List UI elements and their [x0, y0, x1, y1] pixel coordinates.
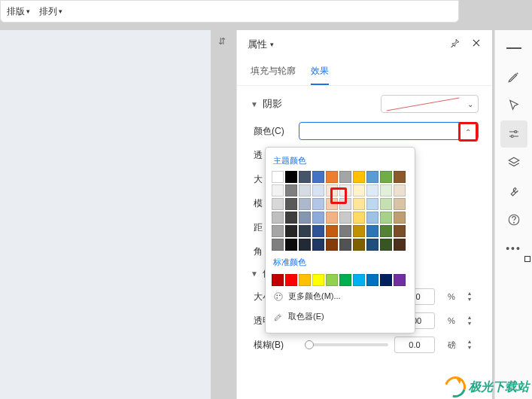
close-icon[interactable] — [471, 38, 482, 51]
color-swatch[interactable] — [366, 212, 378, 224]
color-swatch[interactable] — [326, 171, 338, 183]
color-swatch[interactable] — [380, 171, 392, 183]
color-swatch[interactable] — [380, 184, 392, 196]
rail-layers-button[interactable] — [500, 149, 527, 176]
disclosure-triangle-icon[interactable]: ▼ — [251, 100, 258, 108]
color-swatch[interactable] — [299, 184, 311, 196]
color-swatch[interactable] — [272, 239, 284, 251]
panel-title[interactable]: 属性 ▾ — [248, 38, 274, 51]
color-swatch[interactable] — [353, 198, 365, 210]
blur-slider[interactable] — [305, 343, 388, 346]
color-swatch[interactable] — [285, 225, 297, 237]
rail-adjust-button[interactable] — [500, 120, 527, 148]
color-swatch[interactable] — [272, 212, 284, 224]
color-swatch[interactable] — [353, 274, 365, 286]
color-swatch[interactable] — [299, 198, 311, 210]
color-swatch[interactable] — [299, 171, 311, 183]
rail-pen-button[interactable] — [500, 63, 527, 90]
color-input[interactable]: ⌃ — [299, 122, 479, 140]
color-swatch[interactable] — [272, 171, 284, 183]
color-dropdown-button[interactable]: ⌃ — [458, 122, 478, 142]
color-swatch[interactable] — [380, 225, 392, 237]
color-swatch[interactable] — [394, 171, 406, 183]
color-swatch[interactable] — [312, 171, 324, 183]
color-swatch[interactable] — [326, 212, 338, 224]
color-swatch[interactable] — [326, 239, 338, 251]
color-swatch[interactable] — [272, 184, 284, 196]
menu-layout[interactable]: 排版 ▾ — [7, 5, 30, 18]
color-swatch[interactable] — [299, 225, 311, 237]
collapse-handle-icon[interactable]: ⇵ — [218, 36, 226, 47]
color-swatch[interactable] — [285, 274, 297, 286]
more-colors-link[interactable]: 更多颜色(M)... — [272, 286, 409, 306]
color-swatch[interactable] — [339, 212, 351, 224]
color-swatch[interactable] — [353, 171, 365, 183]
color-swatch[interactable] — [394, 274, 406, 286]
color-swatch[interactable] — [326, 184, 338, 196]
blur-value[interactable]: 0.0 — [394, 337, 435, 353]
pin-icon[interactable] — [450, 38, 461, 51]
color-swatch[interactable] — [394, 198, 406, 210]
color-swatch[interactable] — [272, 198, 284, 210]
color-swatch[interactable] — [285, 212, 297, 224]
opacity-spinner[interactable]: ▴▾ — [468, 315, 479, 327]
rail-more-button[interactable]: ••• — [500, 235, 527, 262]
tab-effects[interactable]: 效果 — [311, 60, 329, 85]
color-swatch[interactable] — [366, 171, 378, 183]
size-spinner[interactable]: ▴▾ — [468, 291, 479, 303]
color-swatch[interactable] — [285, 184, 297, 196]
color-swatch[interactable] — [339, 225, 351, 237]
color-swatch[interactable] — [285, 171, 297, 183]
color-swatch[interactable] — [353, 239, 365, 251]
color-swatch[interactable] — [380, 239, 392, 251]
color-swatch[interactable] — [326, 198, 338, 210]
color-swatch[interactable] — [353, 212, 365, 224]
color-swatch[interactable] — [299, 274, 311, 286]
color-swatch[interactable] — [366, 239, 378, 251]
color-swatch[interactable] — [312, 274, 324, 286]
rail-help-button[interactable] — [500, 206, 527, 233]
color-swatch[interactable] — [339, 239, 351, 251]
color-swatch[interactable] — [312, 198, 324, 210]
color-swatch[interactable] — [380, 198, 392, 210]
rail-cursor-button[interactable] — [500, 92, 527, 119]
eyedropper-link[interactable]: 取色器(E) — [272, 306, 409, 327]
color-swatch[interactable] — [285, 239, 297, 251]
color-swatch[interactable] — [380, 274, 392, 286]
color-swatch[interactable] — [272, 274, 284, 286]
color-swatch[interactable] — [299, 239, 311, 251]
color-swatch[interactable] — [366, 225, 378, 237]
canvas-area[interactable] — [0, 30, 211, 399]
color-swatch[interactable] — [394, 225, 406, 237]
blur-spinner[interactable]: ▴▾ — [468, 339, 479, 351]
color-swatch[interactable] — [312, 184, 324, 196]
color-swatch[interactable] — [366, 198, 378, 210]
color-swatch[interactable] — [326, 225, 338, 237]
color-swatch[interactable] — [299, 212, 311, 224]
color-swatch[interactable] — [353, 225, 365, 237]
rail-minimize-button[interactable] — [500, 35, 527, 62]
selection-handle[interactable] — [524, 256, 530, 262]
shadow-preset-dropdown[interactable]: ⌄ — [381, 95, 479, 113]
color-swatch[interactable] — [326, 274, 338, 286]
color-swatch[interactable] — [285, 198, 297, 210]
color-swatch[interactable] — [339, 198, 351, 210]
color-swatch[interactable] — [366, 184, 378, 196]
color-swatch[interactable] — [394, 184, 406, 196]
color-swatch[interactable] — [366, 274, 378, 286]
color-swatch[interactable] — [339, 184, 351, 196]
color-swatch[interactable] — [394, 212, 406, 224]
color-swatch[interactable] — [394, 239, 406, 251]
color-swatch[interactable] — [312, 212, 324, 224]
color-swatch[interactable] — [339, 274, 351, 286]
color-swatch[interactable] — [272, 225, 284, 237]
color-swatch[interactable] — [312, 225, 324, 237]
color-swatch[interactable] — [353, 184, 365, 196]
tab-fill-outline[interactable]: 填充与轮廓 — [251, 60, 296, 85]
color-swatch[interactable] — [380, 212, 392, 224]
menu-arrange[interactable]: 排列 ▾ — [39, 5, 62, 18]
disclosure-triangle-icon[interactable]: ▼ — [251, 270, 258, 278]
rail-tools-button[interactable] — [500, 178, 527, 205]
color-swatch[interactable] — [312, 239, 324, 251]
color-swatch[interactable] — [339, 171, 351, 183]
